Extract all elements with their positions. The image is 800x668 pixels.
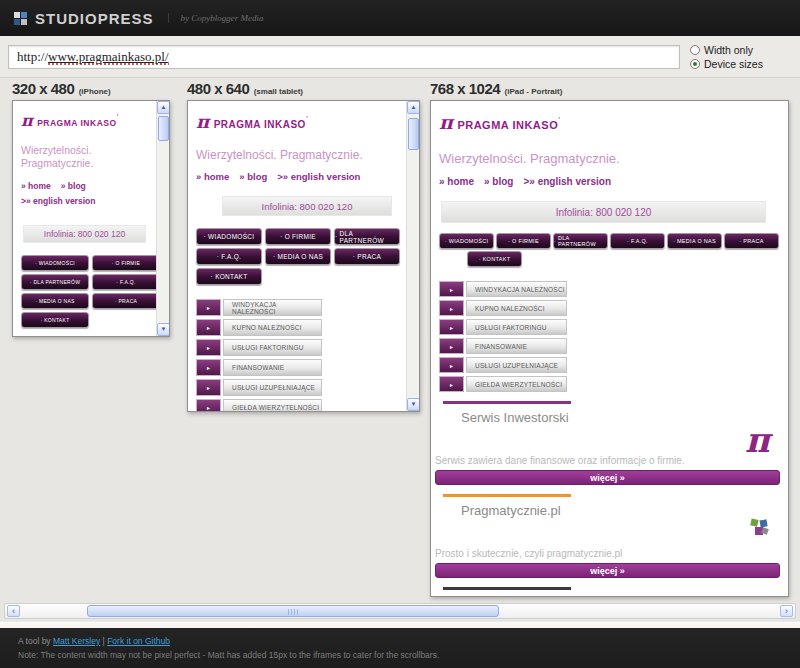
pragma-pi-glyph: π: [439, 111, 453, 133]
radio-width-only[interactable]: Width only: [690, 43, 763, 57]
panel-ipad-name: (iPad - Portrait): [505, 87, 563, 96]
service-finansowanie[interactable]: FINANSOWANIE: [439, 338, 567, 354]
section-strefa-klienta: Strefa Klienta: [439, 587, 780, 596]
site-menu: WIADOMOŚCI O FIRMIE DLA PARTNERÓW F.A.Q.…: [196, 228, 404, 285]
url-toolbar: http://www.pragmainkaso.pl/ Width only D…: [0, 36, 800, 78]
scroll-left-icon[interactable]: ‹: [7, 605, 20, 617]
menu-praca[interactable]: PRACA: [724, 233, 779, 249]
pi-watermark-icon: π: [745, 423, 770, 457]
scroll-up-icon[interactable]: ▲: [157, 101, 170, 114]
menu-o-firmie[interactable]: O FIRMIE: [265, 228, 331, 245]
footer-note: Note: The content width may not be pixel…: [18, 650, 782, 660]
panel-small-tablet: 480 x 640 (small tablet) π PRAGMA INKASO…: [187, 80, 420, 412]
service-kupno[interactable]: KUPNO NALEŻNOŚCI: [196, 319, 322, 336]
service-windykacja[interactable]: WINDYKACJA NALEŻNOŚCI: [196, 299, 322, 316]
menu-praca[interactable]: PRACA: [334, 248, 400, 265]
radio-device-sizes[interactable]: Device sizes: [690, 57, 763, 71]
cubes-icon: [748, 516, 770, 538]
site-nav: » home» blog>» english version: [196, 171, 398, 182]
iframe-scrollbar[interactable]: ▲ ▼: [406, 101, 419, 411]
menu-wiadomosci[interactable]: WIADOMOŚCI: [21, 255, 89, 271]
radio-width-only-label: Width only: [704, 43, 753, 57]
scroll-down-icon[interactable]: ▼: [407, 398, 420, 411]
service-kupno[interactable]: KUPNO NALEŻNOŚCI: [439, 300, 567, 316]
menu-kontakt[interactable]: KONTAKT: [196, 268, 262, 285]
nav-home-link[interactable]: » home: [196, 171, 229, 182]
menu-media-o-nas[interactable]: MEDIA O NAS: [21, 293, 89, 309]
menu-faq[interactable]: F.A.Q.: [196, 248, 262, 265]
menu-media-o-nas[interactable]: MEDIA O NAS: [265, 248, 331, 265]
scroll-thumb[interactable]: [408, 118, 419, 150]
menu-praca[interactable]: PRACA: [92, 293, 156, 309]
wiecej-button[interactable]: więcej »: [435, 470, 780, 485]
scroll-down-icon[interactable]: ▼: [157, 323, 170, 336]
menu-media-o-nas[interactable]: MEDIA O NAS: [667, 233, 722, 249]
iframe-scrollbar[interactable]: ▲ ▼: [156, 101, 169, 336]
arrow-icon: [196, 359, 221, 376]
url-domain: www.pragmainkaso.pl/: [48, 49, 168, 65]
nav-english-link[interactable]: >» english version: [523, 176, 611, 187]
arrow-icon: [439, 281, 464, 297]
section-divider: [443, 587, 571, 590]
page-scroll-area: ‹ ›: [0, 600, 800, 622]
infoline-bar: Infolinia: 800 020 120: [222, 196, 392, 216]
site-content-ipad: π PRAGMA INKASO’ Wierzytelności. Pragmat…: [431, 101, 788, 596]
menu-o-firmie[interactable]: O FIRMIE: [92, 255, 156, 271]
panel-ipad-size: 768 x 1024: [430, 80, 500, 97]
service-faktoring[interactable]: USŁUGI FAKTORINGU: [196, 339, 322, 356]
section-serwis-inwestorski: Serwis Inwestorski π Serwis zawiera dane…: [439, 401, 780, 485]
author-link[interactable]: Matt Kersley: [53, 636, 100, 646]
menu-wiadomosci[interactable]: WIADOMOŚCI: [196, 228, 262, 245]
credit-prefix: A tool by: [18, 636, 53, 646]
site-content-iphone: π PRAGMA INKASO’ Wierzytelności. Pragmat…: [13, 101, 156, 336]
app-header: STUDIOPRESS by Copyblogger Media: [0, 0, 800, 36]
pragma-pi-glyph: π: [21, 111, 33, 130]
pragma-logo[interactable]: π PRAGMA INKASO’: [21, 111, 148, 130]
wiecej-button[interactable]: więcej »: [435, 563, 780, 578]
scroll-thumb[interactable]: [158, 116, 169, 141]
panel-tablet-size: 480 x 640: [187, 80, 249, 97]
service-uzupelniajace[interactable]: USŁUGI UZUPEŁNIAJĄCE: [439, 357, 567, 373]
arrow-icon: [439, 319, 464, 335]
menu-dla-partnerow[interactable]: DLA PARTNERÓW: [21, 274, 89, 290]
section-divider: [443, 494, 571, 497]
radio-width-only-circle[interactable]: [690, 45, 700, 55]
pragma-logo[interactable]: π PRAGMA INKASO’: [439, 111, 780, 133]
mode-radio-group: Width only Device sizes: [690, 43, 763, 71]
menu-faq[interactable]: F.A.Q.: [92, 274, 156, 290]
menu-wiadomosci[interactable]: WIADOMOŚCI: [439, 233, 494, 249]
horizontal-scrollbar[interactable]: ‹ ›: [4, 603, 796, 619]
url-input[interactable]: http://www.pragmainkaso.pl/: [8, 45, 680, 69]
nav-english-link[interactable]: >» english version: [21, 196, 95, 206]
fork-link[interactable]: Fork it on Github: [107, 636, 170, 646]
nav-blog-link[interactable]: » blog: [61, 181, 86, 191]
horizontal-scroll-thumb[interactable]: [87, 605, 499, 617]
nav-blog-link[interactable]: » blog: [484, 176, 513, 187]
scroll-right-icon[interactable]: ›: [780, 605, 793, 617]
iframe-ipad: π PRAGMA INKASO’ Wierzytelności. Pragmat…: [430, 100, 789, 597]
menu-kontakt[interactable]: KONTAKT: [467, 251, 522, 267]
scroll-up-icon[interactable]: ▲: [407, 101, 420, 114]
menu-dla-partnerow[interactable]: DLA PARTNERÓW: [553, 233, 608, 249]
menu-kontakt[interactable]: KONTAKT: [21, 312, 89, 328]
menu-faq[interactable]: F.A.Q.: [610, 233, 665, 249]
nav-home-link[interactable]: » home: [21, 181, 51, 191]
radio-device-sizes-circle[interactable]: [690, 59, 700, 69]
nav-blog-link[interactable]: » blog: [239, 171, 267, 182]
footer-credit: A tool by Matt Kersley | Fork it on Gith…: [18, 636, 782, 646]
studiopress-logo-icon: [14, 12, 27, 25]
service-faktoring[interactable]: USŁUGI FAKTORINGU: [439, 319, 567, 335]
menu-dla-partnerow[interactable]: DLA PARTNERÓW: [334, 228, 400, 245]
service-finansowanie[interactable]: FINANSOWANIE: [196, 359, 322, 376]
section-description: Prosto i skutecznie, czyli pragmatycznie…: [435, 548, 780, 559]
service-windykacja[interactable]: WINDYKACJA NALEŻNOŚCI: [439, 281, 567, 297]
site-tagline: Wierzytelności. Pragmatycznie.: [439, 151, 780, 166]
nav-english-link[interactable]: >» english version: [277, 171, 360, 182]
nav-home-link[interactable]: » home: [439, 176, 474, 187]
service-gielda[interactable]: GIEŁDA WIERZYTELNOŚCI: [439, 376, 567, 392]
service-gielda[interactable]: GIEŁDA WIERZYTELNOŚCI: [196, 399, 322, 411]
menu-o-firmie[interactable]: O FIRMIE: [496, 233, 551, 249]
pragma-logo[interactable]: π PRAGMA INKASO’: [196, 111, 398, 132]
preview-stage: 320 x 480 (iPhone) π PRAGMA INKASO’ Wier…: [0, 78, 800, 600]
service-uzupelniajace[interactable]: USŁUGI UZUPEŁNIAJĄCE: [196, 379, 322, 396]
